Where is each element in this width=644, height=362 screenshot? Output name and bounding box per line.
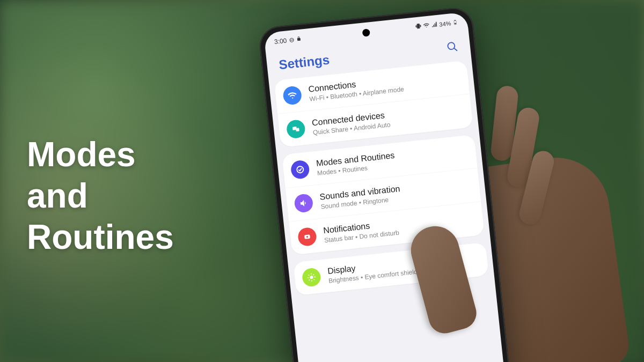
phone-device: 3:00 ⊖ 34%: [258, 6, 515, 362]
battery-icon: [452, 18, 458, 27]
lock-icon: [296, 35, 302, 43]
signal-icon: [431, 21, 438, 29]
svg-rect-2: [455, 23, 456, 24]
display-icon: [302, 267, 321, 287]
devices-icon: [286, 119, 306, 139]
wifi-icon: [423, 22, 430, 30]
svg-line-4: [454, 48, 457, 51]
vibrate-icon: [415, 23, 422, 31]
svg-rect-1: [454, 20, 456, 21]
page-title: Settings: [278, 52, 330, 72]
modes-icon: [290, 160, 310, 180]
notifications-icon: [297, 227, 317, 247]
dnd-icon: ⊖: [289, 36, 295, 44]
sound-icon: [294, 193, 313, 213]
overlay-title: Modes and Routines: [27, 134, 174, 257]
svg-rect-6: [296, 128, 299, 132]
svg-point-10: [310, 276, 313, 279]
battery-percent: 34%: [439, 20, 451, 27]
status-time: 3:00: [274, 37, 287, 46]
wifi-icon: [282, 85, 302, 105]
search-button[interactable]: [446, 40, 459, 53]
